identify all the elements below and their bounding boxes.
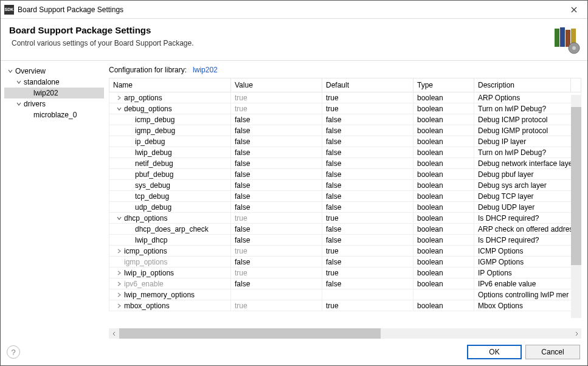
ok-button[interactable]: OK (467, 345, 522, 359)
scroll-left-arrow[interactable] (109, 328, 119, 339)
chevron-down-icon[interactable] (116, 106, 123, 111)
horizontal-scrollbar[interactable] (109, 328, 581, 339)
cancel-button[interactable]: Cancel (525, 345, 580, 359)
setting-value[interactable]: false (231, 125, 322, 136)
setting-description: ARP Options (474, 92, 581, 103)
close-icon (571, 7, 577, 13)
setting-default: false (322, 169, 413, 180)
table-row[interactable]: ipv6_enablefalsefalsebooleanIPv6 enable … (109, 278, 581, 289)
table-row[interactable]: icmp_debugfalsefalsebooleanDebug ICMP pr… (109, 114, 581, 125)
setting-default: false (322, 224, 413, 235)
setting-value[interactable]: false (231, 169, 322, 180)
col-header-name[interactable]: Name (109, 78, 231, 92)
tree-item-label: Overview (15, 67, 46, 75)
tree-item-microblaze_0[interactable]: microblaze_0 (4, 109, 104, 120)
tree-item-drivers[interactable]: drivers (4, 98, 104, 109)
setting-name: pbuf_debug (135, 170, 173, 179)
setting-value[interactable]: true (231, 268, 322, 278)
table-row[interactable]: udp_debugfalsefalsebooleanDebug UDP laye… (109, 202, 581, 213)
table-row[interactable]: lwip_ip_optionstruetruebooleanIP Options (109, 268, 581, 278)
table-row[interactable]: igmp_debugfalsefalsebooleanDebug IGMP pr… (109, 125, 581, 136)
content-pane: Configuration for library: lwip202 Name … (104, 61, 587, 339)
setting-value[interactable]: true (231, 300, 322, 311)
vertical-scrollbar[interactable] (571, 95, 581, 318)
setting-type: boolean (413, 213, 474, 224)
chevron-right-icon[interactable] (116, 271, 123, 275)
col-header-type[interactable]: Type (413, 78, 474, 92)
tree-item-lwip202[interactable]: lwip202 (4, 88, 104, 98)
navigation-tree[interactable]: Overviewstandalonelwip202driversmicrobla… (1, 61, 104, 339)
setting-default: false (322, 257, 413, 268)
help-icon: ? (11, 348, 15, 357)
setting-value[interactable]: true (231, 213, 322, 224)
setting-type (413, 289, 474, 300)
setting-name: dhcp_does_arp_check (135, 225, 209, 233)
vertical-scrollbar-thumb[interactable] (571, 107, 581, 265)
setting-value[interactable]: false (231, 257, 322, 268)
chevron-down-icon[interactable] (116, 216, 123, 221)
setting-value[interactable]: false (231, 180, 322, 191)
chevron-down-icon[interactable] (15, 100, 22, 108)
chevron-right-icon[interactable] (116, 249, 123, 254)
setting-default: false (322, 191, 413, 202)
header: Board Support Package Settings Control v… (1, 19, 587, 61)
scroll-right-arrow[interactable] (571, 328, 581, 339)
col-header-value[interactable]: Value (231, 78, 322, 92)
chevron-right-icon[interactable] (116, 95, 123, 100)
tree-item-overview[interactable]: Overview (4, 66, 104, 77)
table-row[interactable]: lwip_debugfalsefalsebooleanTurn on lwIP … (109, 147, 581, 158)
table-row[interactable]: arp_optionstruetruebooleanARP Options (109, 92, 581, 103)
col-header-description[interactable]: Description (474, 78, 571, 92)
svg-point-5 (572, 46, 576, 50)
table-row[interactable]: dhcp_does_arp_checkfalsefalsebooleanARP … (109, 224, 581, 235)
setting-value[interactable]: false (231, 158, 322, 169)
table-row[interactable]: lwip_dhcpfalsefalsebooleanIs DHCP requir… (109, 235, 581, 246)
setting-default: true (322, 300, 413, 311)
setting-value[interactable]: false (231, 202, 322, 213)
chevron-right-icon[interactable] (116, 303, 123, 308)
setting-default: false (322, 180, 413, 191)
chevron-down-icon[interactable] (7, 67, 14, 75)
table-row[interactable]: debug_optionstruetruebooleanTurn on lwIP… (109, 103, 581, 114)
setting-value[interactable]: true (231, 92, 322, 103)
setting-value[interactable]: false (231, 278, 322, 289)
table-row[interactable]: ip_debugfalsefalsebooleanDebug IP layer (109, 136, 581, 147)
table-row[interactable]: mbox_optionstruetruebooleanMbox Options (109, 300, 581, 311)
table-row[interactable]: lwip_memory_optionsOptions controlling l… (109, 289, 581, 300)
tree-item-standalone[interactable]: standalone (4, 77, 104, 88)
setting-value[interactable]: false (231, 235, 322, 246)
table-row[interactable]: pbuf_debugfalsefalsebooleanDebug pbuf la… (109, 169, 581, 180)
setting-name: icmp_debug (135, 116, 175, 124)
setting-value[interactable]: false (231, 191, 322, 202)
table-row[interactable]: icmp_optionstruetruebooleanICMP Options (109, 246, 581, 257)
setting-value[interactable]: false (231, 136, 322, 147)
setting-name: lwip_dhcp (135, 236, 167, 244)
chevron-right-icon (25, 111, 32, 119)
titlebar: SDK Board Support Package Settings (1, 1, 587, 19)
settings-table[interactable]: Name Value Default Type Description arp_… (109, 78, 581, 339)
chevron-right-icon[interactable] (116, 292, 123, 297)
chevron-right-icon[interactable] (116, 281, 123, 286)
table-row[interactable]: dhcp_optionstruetruebooleanIs DHCP requi… (109, 213, 581, 224)
horizontal-scrollbar-thumb[interactable] (119, 328, 381, 339)
setting-type: boolean (413, 136, 474, 147)
help-button[interactable]: ? (7, 345, 20, 359)
setting-default: false (322, 278, 413, 289)
setting-description: Debug sys arch layer (474, 180, 581, 191)
col-header-default[interactable]: Default (322, 78, 413, 92)
table-row[interactable]: igmp_optionsfalsefalsebooleanIGMP Option… (109, 257, 581, 268)
setting-value[interactable]: true (231, 103, 322, 114)
table-row[interactable]: netif_debugfalsefalsebooleanDebug networ… (109, 158, 581, 169)
table-row[interactable]: tcp_debugfalsefalsebooleanDebug TCP laye… (109, 191, 581, 202)
setting-name: debug_options (124, 105, 172, 113)
setting-value[interactable] (231, 289, 322, 300)
setting-value[interactable]: false (231, 224, 322, 235)
setting-value[interactable]: false (231, 114, 322, 125)
setting-type: boolean (413, 300, 474, 311)
table-row[interactable]: sys_debugfalsefalsebooleanDebug sys arch… (109, 180, 581, 191)
setting-value[interactable]: false (231, 147, 322, 158)
setting-value[interactable]: true (231, 246, 322, 257)
svg-rect-2 (566, 30, 570, 47)
chevron-down-icon[interactable] (15, 78, 22, 86)
close-button[interactable] (560, 1, 587, 18)
